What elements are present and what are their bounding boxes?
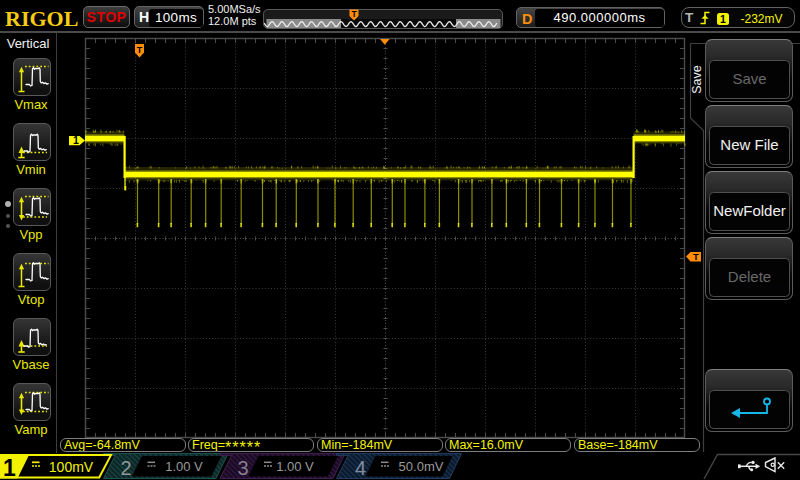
svg-text:3: 3 [238,457,249,479]
svg-text:2: 2 [121,457,132,479]
svg-text:T: T [351,9,357,19]
svg-text:1: 1 [73,134,79,146]
svg-text:50.0mV: 50.0mV [399,459,444,474]
svg-text:1.00 V: 1.00 V [276,459,314,474]
svg-text:1: 1 [3,455,16,480]
svg-text:100mV: 100mV [49,459,94,475]
svg-text:4: 4 [355,457,366,479]
svg-text:T: T [137,45,143,55]
svg-text:1.00 V: 1.00 V [165,459,203,474]
